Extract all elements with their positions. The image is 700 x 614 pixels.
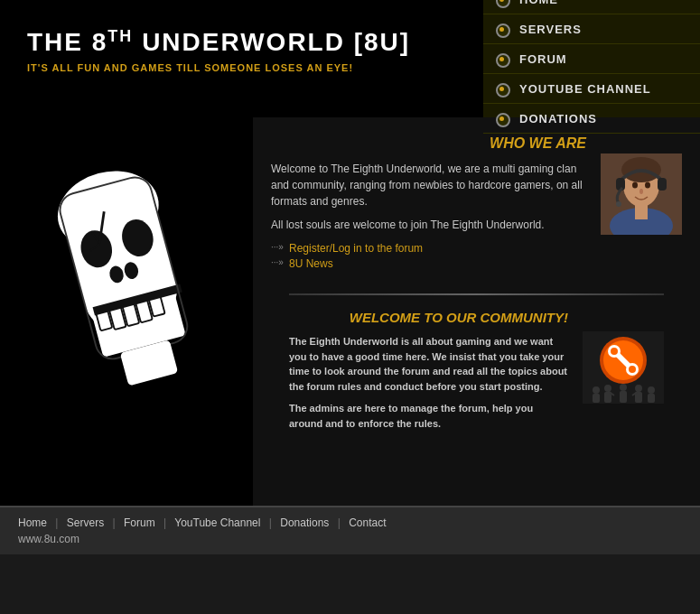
register-link[interactable]: Register/Log in to the forum — [271, 242, 586, 255]
main-content: WHO WE ARE Welcome to The Eighth Underwo… — [0, 117, 700, 506]
nav-item-forum[interactable]: FORUM — [483, 44, 700, 74]
svg-point-26 — [639, 189, 643, 194]
svg-point-34 — [611, 348, 618, 355]
community-para-2: The admins are here to manage the forum,… — [289, 401, 568, 431]
footer-link-home[interactable]: Home — [18, 516, 47, 529]
who-we-are-body: Welcome to The Eighth Underworld, we are… — [271, 161, 586, 233]
footer-sep-3: | — [163, 516, 166, 529]
headset-person-svg — [601, 154, 682, 235]
svg-point-40 — [620, 384, 627, 391]
svg-point-38 — [604, 385, 611, 392]
main-nav: HOME SERVERS FORUM YOUTUBE CHANNEL DONAT… — [483, 0, 700, 117]
svg-rect-37 — [593, 394, 600, 403]
svg-rect-41 — [620, 391, 627, 403]
header: THE 8TH UNDERWORLD [8U] IT'S ALL FUN AND… — [0, 0, 700, 117]
svg-rect-22 — [658, 178, 667, 191]
left-panel — [0, 117, 253, 506]
svg-point-42 — [635, 385, 642, 392]
community-para-1: The Eighth Underworld is all about gamin… — [289, 334, 568, 394]
logo-area: THE 8TH UNDERWORLD [8U] IT'S ALL FUN AND… — [0, 0, 483, 117]
footer-sep-5: | — [338, 516, 341, 529]
footer-link-youtube[interactable]: YouTube Channel — [174, 516, 260, 529]
footer-bar: Home | Servers | Forum | YouTube Channel… — [0, 506, 700, 554]
who-we-are-section: WHO WE ARE Welcome to The Eighth Underwo… — [271, 135, 682, 279]
title-suffix: UNDERWORLD [8U] — [133, 28, 410, 56]
svg-rect-28 — [635, 203, 648, 219]
who-we-are-image — [601, 154, 682, 235]
nav-bullet-donations — [496, 111, 510, 126]
footer-link-contact[interactable]: Contact — [349, 516, 386, 529]
footer-link-donations[interactable]: Donations — [280, 516, 329, 529]
community-title: WELCOME TO OUR COMMUNITY! — [289, 310, 568, 325]
svg-point-35 — [629, 366, 636, 373]
community-text-area: WELCOME TO OUR COMMUNITY! The Eighth Und… — [289, 310, 568, 438]
site-subtitle: IT'S ALL FUN AND GAMES TILL SOMEONE LOSE… — [27, 62, 465, 73]
nav-bullet-home — [496, 0, 510, 6]
title-prefix: THE 8 — [27, 28, 107, 56]
community-body: The Eighth Underworld is all about gamin… — [289, 334, 568, 431]
who-we-are-text: WHO WE ARE Welcome to The Eighth Underwo… — [271, 135, 586, 279]
links-area: Register/Log in to the forum 8U News — [271, 242, 586, 270]
footer-url: www.8u.com — [18, 533, 682, 545]
footer-link-forum[interactable]: Forum — [124, 516, 155, 529]
svg-point-25 — [645, 182, 650, 189]
footer-sep-2: | — [113, 516, 116, 529]
nav-bullet-youtube — [496, 81, 510, 96]
who-para-2: All lost souls are welcome to join The E… — [271, 217, 586, 233]
skull-graphic — [36, 158, 217, 465]
svg-rect-45 — [648, 394, 655, 403]
right-panel: WHO WE ARE Welcome to The Eighth Underwo… — [253, 117, 700, 506]
nav-item-home[interactable]: HOME — [483, 0, 700, 14]
community-svg — [583, 331, 664, 404]
nav-bullet-servers — [496, 22, 510, 36]
nav-item-youtube[interactable]: YOUTUBE CHANNEL — [483, 74, 700, 104]
news-link[interactable]: 8U News — [271, 257, 586, 270]
who-para-1: Welcome to The Eighth Underworld, we are… — [271, 161, 586, 209]
community-image — [583, 331, 664, 404]
site-title: THE 8TH UNDERWORLD [8U] — [27, 27, 465, 57]
title-th: TH — [107, 27, 133, 45]
footer-sep-1: | — [55, 516, 58, 529]
community-section: WELCOME TO OUR COMMUNITY! The Eighth Und… — [271, 295, 682, 452]
nav-bullet-forum — [496, 51, 510, 66]
who-we-are-title: WHO WE ARE — [271, 135, 586, 152]
svg-point-23 — [616, 201, 621, 207]
footer-links: Home | Servers | Forum | YouTube Channel… — [18, 516, 682, 529]
svg-point-44 — [648, 386, 655, 394]
footer-link-servers[interactable]: Servers — [67, 516, 104, 529]
footer-sep-4: | — [269, 516, 272, 529]
svg-point-36 — [593, 386, 600, 394]
nav-item-servers[interactable]: SERVERS — [483, 14, 700, 44]
svg-point-24 — [632, 182, 638, 189]
